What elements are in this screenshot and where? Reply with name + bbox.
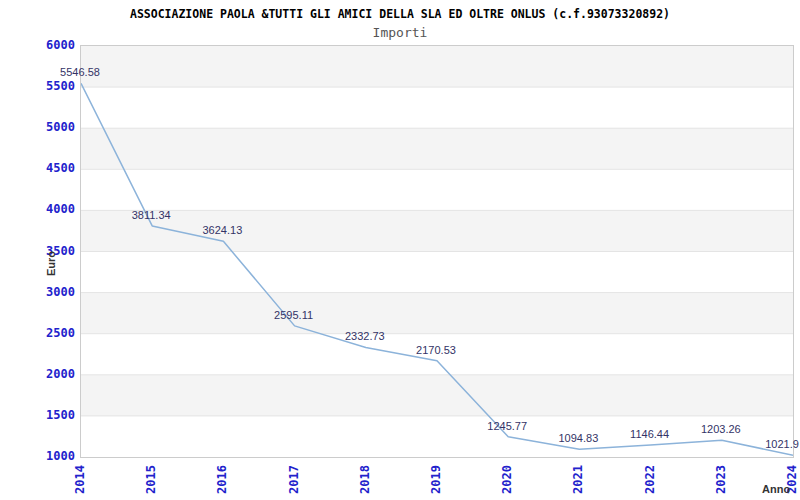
x-tick-label: 2016	[215, 465, 229, 494]
x-tick-label: 2021	[571, 465, 585, 494]
y-tick-label: 1500	[0, 408, 75, 422]
point-value-label: 1203.26	[661, 422, 781, 436]
background-band	[81, 293, 793, 334]
chart-title: ASSOCIAZIONE PAOLA &TUTTI GLI AMICI DELL…	[0, 7, 800, 21]
x-tick-label: 2019	[429, 465, 443, 494]
background-band	[81, 375, 793, 416]
plot-area	[80, 45, 794, 458]
chart-subtitle: Importi	[0, 25, 800, 40]
point-value-label: 2332.73	[305, 329, 425, 343]
point-value-label: 3624.13	[162, 223, 282, 237]
point-value-label: 2170.53	[376, 343, 496, 357]
y-tick-label: 2000	[0, 367, 75, 381]
x-tick-label: 2014	[73, 465, 87, 494]
y-tick-label: 5500	[0, 79, 75, 93]
point-value-label: 3811.34	[91, 208, 211, 222]
x-tick-label: 2017	[287, 465, 301, 494]
point-value-label: 2595.11	[234, 308, 354, 322]
background-band	[81, 128, 793, 169]
y-tick-label: 5000	[0, 120, 75, 134]
y-tick-label: 4500	[0, 161, 75, 175]
y-axis-title: Euro	[44, 251, 58, 276]
point-value-label: 5546.58	[20, 65, 140, 79]
y-tick-label: 4000	[0, 202, 75, 216]
y-tick-label: 2500	[0, 326, 75, 340]
background-band	[81, 46, 793, 87]
x-tick-label: 2018	[358, 465, 372, 494]
y-tick-label: 6000	[0, 38, 75, 52]
chart-canvas: ASSOCIAZIONE PAOLA &TUTTI GLI AMICI DELL…	[0, 0, 800, 500]
x-axis-title: Anno	[762, 482, 790, 496]
point-value-label: 1021.9	[722, 437, 800, 451]
x-tick-label: 2022	[643, 465, 657, 494]
x-tick-label: 2020	[500, 465, 514, 494]
y-tick-label: 3500	[0, 244, 75, 258]
y-tick-label: 1000	[0, 449, 75, 463]
x-tick-label: 2015	[144, 465, 158, 494]
x-tick-label: 2023	[714, 465, 728, 494]
y-tick-label: 3000	[0, 285, 75, 299]
line-chart-svg	[81, 46, 793, 457]
